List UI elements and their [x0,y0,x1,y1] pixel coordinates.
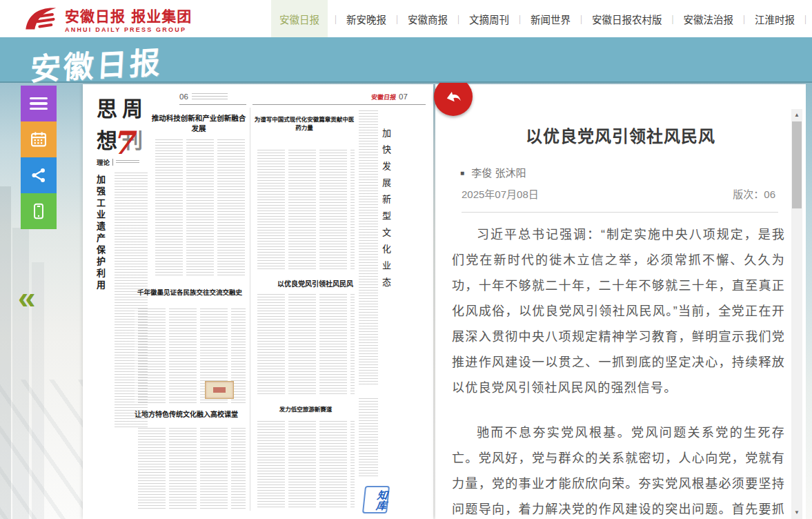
page-fold-divider [250,108,250,511]
nav-item-jianghuai-times[interactable]: 江淮时报 [752,12,798,26]
page-06-header: 06 [179,92,228,101]
nav-item-digest-weekly[interactable]: 文摘周刊 [466,12,512,26]
masthead-char: 思 [97,93,120,124]
hamburger-icon [30,95,48,113]
newspaper-seal-image [205,381,234,399]
article-authors: 李俊 张沐阳 [471,167,526,179]
page-number-right: 07 [399,92,408,101]
calendar-icon [29,130,48,149]
nav-separator: ｜ [669,12,677,26]
article-edition: 版次：06 [733,186,775,201]
nav-separator: ｜ [740,12,749,26]
newspaper-text-column [254,294,355,396]
nav-separator: ｜ [515,12,524,26]
back-button[interactable] [434,77,473,116]
brand-mark: 安徽日报 [370,92,396,101]
page-06-header-rule [179,104,246,105]
masthead-number-7: 7 [112,124,134,161]
share-button[interactable] [21,157,57,193]
headline-new-culture-business[interactable]: 加快发展新型文化业态 [379,128,393,322]
menu-button[interactable] [21,86,57,121]
nav-separator: ｜ [577,12,586,26]
page-07-header-rule [252,104,426,105]
newspaper-nav: 安徽日报 ｜ 新安晚报 ｜ 安徽商报 ｜ 文摘周刊 ｜ 新闻世界 ｜ 安徽日报农… [271,0,812,37]
headline-tech-innovation[interactable]: 推动科技创新和产业创新融合发展 [150,112,247,133]
press-group-title: 安徽日报 报业集团 [65,5,192,26]
press-group-logo-icon [23,4,59,33]
nav-item-legal-daily[interactable]: 安徽法治报 [681,12,737,26]
article-authors-row: ■ 李俊 张沐阳 [460,165,775,179]
newspaper-text-column [135,428,246,509]
headline-hui-ink[interactable]: 千年徽墨见证各民族交往交流交融史 [133,287,246,297]
headline-tcm-strength[interactable]: 为谱写中国式现代化安徽篇章贡献中医药力量 [252,115,356,131]
nav-item-xinan-evening[interactable]: 新安晚报 [344,12,389,26]
side-toolbar [21,86,57,229]
article-date-row: 2025年07月08日 版次：06 [462,186,775,201]
newspaper-text-column [359,110,378,386]
page-number-left: 06 [179,92,188,101]
nav-separator: ｜ [331,12,340,26]
article-scrollbar[interactable]: ▲ ▼ [791,109,802,519]
section-label: 理论 [97,157,110,167]
newspaper-text-column [254,421,355,509]
nav-separator: ｜ [801,12,810,26]
masthead-char: 周 [122,93,146,124]
anhui-daily-masthead: 安徽日报 [29,38,164,89]
headline-low-altitude-tourism[interactable]: 发力低空旅游新赛道 [277,404,335,413]
newspaper-page-image[interactable]: 思 周 想 刊 7 理论 06 安徽日报 07 推动科技创新和产业创新融合发展 … [83,84,433,519]
newspaper-text-column [359,398,378,478]
scroll-up-icon[interactable]: ▲ [791,110,802,120]
article-panel: 以优良党风引领社风民风 ■ 李俊 张沐阳 2025年07月08日 版次：06 习… [435,84,806,519]
headline-party-conduct[interactable]: 以优良党风引领社风民风 [275,278,356,288]
press-group-logo[interactable]: 安徽日报 报业集团 ANHUI DAILY PRESS GROUP [23,4,192,33]
headline-industrial-heritage[interactable]: 加强工业遗产保护利用 [94,175,107,306]
share-icon [30,166,48,184]
nav-separator: ｜ [393,12,402,26]
page-07-header: 安徽日报 07 [371,92,408,101]
site-topbar: 安徽日报 报业集团 ANHUI DAILY PRESS GROUP 安徽日报 ｜… [0,0,812,37]
masthead-banner: 安徽日报 [0,37,812,83]
press-group-subtitle: ANHUI DAILY PRESS GROUP [65,26,192,33]
background-right-strip [806,83,812,519]
article-title: 以优良党风引领社风民风 [435,123,806,147]
mobile-button[interactable] [21,193,57,229]
back-arrow-icon [442,87,465,110]
nav-item-anhui-daily[interactable]: 安徽日报 [271,0,328,37]
newspaper-text-column [152,139,246,277]
nav-item-news-world[interactable]: 新闻世界 [528,12,573,26]
article-paragraph: 驰而不息夯实党风根基。党风问题关系党的生死存亡。党风好，党与群众的关系就密切，人… [452,420,785,519]
author-bullet-icon: ■ [460,169,464,177]
calendar-button[interactable] [21,121,57,157]
nav-item-anhui-business[interactable]: 安徽商报 [405,12,450,26]
article-body: 习近平总书记强调：“制定实施中央八项规定，是我们党在新时代的徙木立信之举，必须常… [435,213,806,519]
collapse-chevron-icon[interactable]: « [18,282,36,313]
nav-separator: ｜ [454,12,463,26]
zhiku-stamp: 知库 [362,486,390,513]
article-paragraph: 习近平总书记强调：“制定实施中央八项规定，是我们党在新时代的徙木立信之举，必须常… [452,222,785,401]
nav-item-rural-edition[interactable]: 安徽日报农村版 [589,12,665,26]
newspaper-text-column [254,150,355,271]
scrollbar-thumb[interactable] [792,121,802,208]
section-label-row: 理论 [97,157,139,167]
mobile-phone-icon [30,202,48,220]
article-date: 2025年07月08日 [462,186,539,201]
scroll-down-icon[interactable]: ▼ [791,508,802,518]
